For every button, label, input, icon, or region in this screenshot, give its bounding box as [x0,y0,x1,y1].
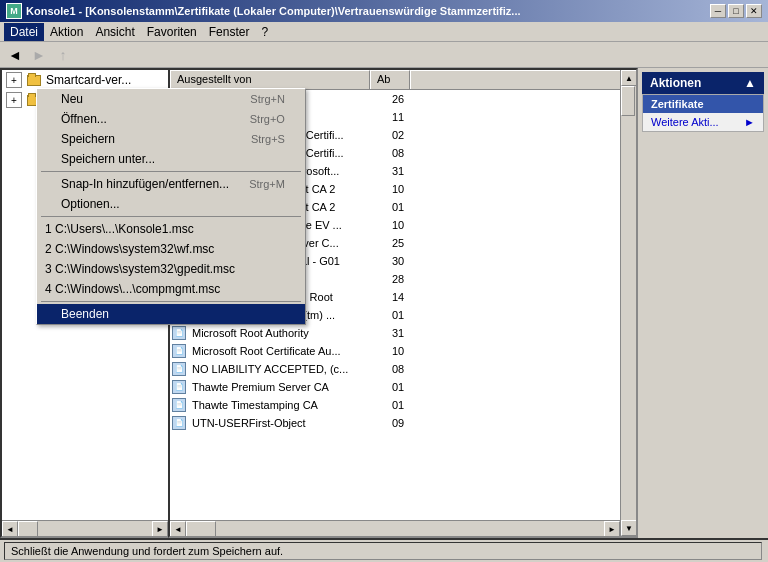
menu-aktion[interactable]: Aktion [44,23,89,41]
back-button[interactable]: ◄ [4,44,26,66]
app-icon: M [6,3,22,19]
menu-favoriten[interactable]: Favoriten [141,23,203,41]
status-text: Schließt die Anwendung und fordert zum S… [4,542,762,560]
menu-item-snap-in[interactable]: Snap-In hinzufügen/entfernen... Strg+M [37,174,305,194]
menu-datei[interactable]: Datei [4,23,44,41]
toolbar: ◄ ► ↑ [0,42,768,68]
menu-item-recent-2[interactable]: 2 C:\Windows\system32\wf.msc [37,239,305,259]
up-button[interactable]: ↑ [52,44,74,66]
menu-fenster[interactable]: Fenster [203,23,256,41]
menu-item-oeffnen[interactable]: Öffnen... Strg+O [37,109,305,129]
title-bar: M Konsole1 - [Konsolenstamm\Zertifikate … [0,0,768,22]
menu-item-optionen[interactable]: Optionen... [37,194,305,214]
menu-item-recent-3[interactable]: 3 C:\Windows\system32\gpedit.msc [37,259,305,279]
window-title: Konsole1 - [Konsolenstamm\Zertifikate (L… [26,5,521,17]
menu-item-speichern[interactable]: Speichern Strg+S [37,129,305,149]
menu-ansicht[interactable]: Ansicht [89,23,140,41]
menu-item-beenden[interactable]: Beenden [37,304,305,324]
menu-item-recent-1[interactable]: 1 C:\Users\...\Konsole1.msc [37,219,305,239]
main-area: Neu Strg+N Öffnen... Strg+O Speichern St… [0,68,768,538]
forward-button[interactable]: ► [28,44,50,66]
status-bar: Schließt die Anwendung und fordert zum S… [0,538,768,562]
menu-help[interactable]: ? [255,23,274,41]
menu-bar: Datei Aktion Ansicht Favoriten Fenster ? [0,22,768,42]
close-button[interactable]: ✕ [746,4,762,18]
maximize-button[interactable]: □ [728,4,744,18]
separator-2 [41,216,301,217]
file-menu: Neu Strg+N Öffnen... Strg+O Speichern St… [36,88,306,325]
separator-1 [41,171,301,172]
menu-item-neu[interactable]: Neu Strg+N [37,89,305,109]
dropdown-overlay: Neu Strg+N Öffnen... Strg+O Speichern St… [0,68,768,538]
menu-item-speichern-unter[interactable]: Speichern unter... [37,149,305,169]
minimize-button[interactable]: ─ [710,4,726,18]
separator-3 [41,301,301,302]
menu-item-recent-4[interactable]: 4 C:\Windows\...\compmgmt.msc [37,279,305,299]
